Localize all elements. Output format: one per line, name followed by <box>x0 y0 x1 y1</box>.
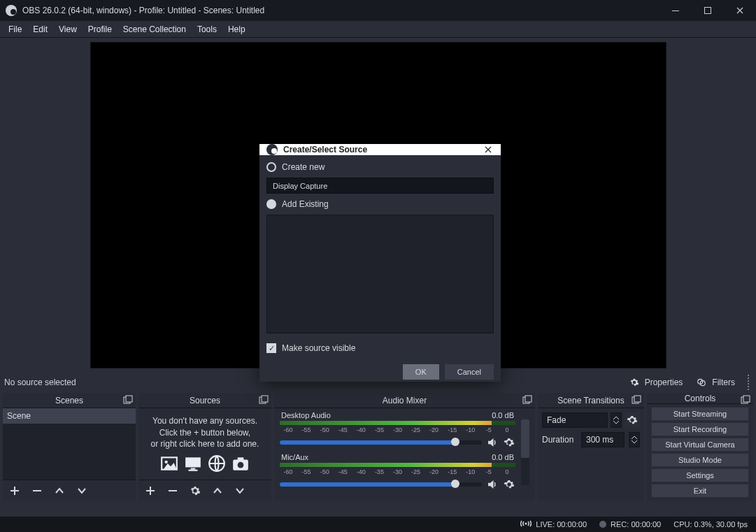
sources-empty[interactable]: You don't have any sources. Click the + … <box>138 408 271 480</box>
duration-label: Duration <box>542 435 577 445</box>
menu-edit[interactable]: Edit <box>33 24 48 34</box>
menu-profile[interactable]: Profile <box>88 24 112 34</box>
start-recording-button[interactable]: Start Recording <box>651 422 749 436</box>
controls-panel: Controls Start Streaming Start Recording… <box>647 393 753 501</box>
audio-title: Audio Mixer <box>383 396 427 405</box>
svg-rect-1 <box>705 8 711 14</box>
sources-empty-line1: You don't have any sources. <box>152 415 257 427</box>
exit-button[interactable]: Exit <box>651 484 749 498</box>
duration-spinner[interactable] <box>629 432 640 447</box>
remove-source-button[interactable] <box>166 484 179 497</box>
remove-scene-button[interactable] <box>31 484 43 497</box>
close-icon[interactable] <box>483 144 494 155</box>
audio-meter: -60-55-50-45-40-35-30-25-20-15-10-50 <box>280 421 515 433</box>
globe-icon <box>208 454 226 473</box>
menubar: File Edit View Profile Scene Collection … <box>0 21 756 38</box>
make-visible-checkbox[interactable]: ✓ Make source visible <box>266 343 494 353</box>
controls-title: Controls <box>685 394 716 403</box>
gear-icon[interactable] <box>503 436 515 449</box>
gear-icon <box>628 376 641 389</box>
volume-slider[interactable] <box>280 440 482 445</box>
rec-status: REC: 00:00:00 <box>611 520 661 529</box>
svg-point-25 <box>525 523 527 525</box>
minimize-button[interactable] <box>659 0 692 21</box>
properties-button[interactable]: Properties <box>624 376 687 389</box>
titlebar: OBS 26.0.2 (64-bit, windows) - Profile: … <box>0 0 756 21</box>
menu-tools[interactable]: Tools <box>197 24 217 34</box>
window-title: OBS 26.0.2 (64-bit, windows) - Profile: … <box>22 6 659 15</box>
settings-button[interactable]: Settings <box>651 468 749 482</box>
audio-level: 0.0 dB <box>492 411 514 419</box>
source-settings-button[interactable] <box>189 484 201 497</box>
duration-input[interactable]: 300 ms <box>581 432 625 447</box>
transition-settings-button[interactable] <box>625 412 640 428</box>
scene-transitions-panel: Scene Transitions Fade Duration 300 ms <box>538 393 644 501</box>
broadcast-icon <box>520 519 532 529</box>
volume-slider[interactable] <box>280 482 482 487</box>
existing-sources-list[interactable] <box>266 215 494 333</box>
add-existing-radio[interactable]: Add Existing <box>266 199 494 209</box>
cancel-button[interactable]: Cancel <box>445 364 494 380</box>
scenes-list[interactable]: Scene <box>3 408 136 480</box>
popout-icon[interactable] <box>123 395 133 405</box>
menu-help[interactable]: Help <box>228 24 245 34</box>
popout-icon[interactable] <box>741 395 750 405</box>
svg-rect-13 <box>189 470 198 471</box>
svg-rect-5 <box>126 396 132 402</box>
camera-icon <box>231 454 250 473</box>
sources-empty-line3: or right click here to add one. <box>151 438 259 450</box>
obs-logo-icon <box>266 144 278 155</box>
toolbar-grip[interactable] <box>748 375 752 390</box>
svg-rect-22 <box>634 396 641 402</box>
svg-rect-18 <box>169 490 177 491</box>
sources-title: Sources <box>190 396 220 405</box>
create-new-radio[interactable]: Create new <box>266 162 494 172</box>
speaker-icon[interactable] <box>486 478 499 491</box>
image-icon <box>160 454 178 473</box>
audio-scrollbar[interactable] <box>521 419 529 485</box>
speaker-icon[interactable] <box>486 436 499 449</box>
gear-icon[interactable] <box>503 478 515 491</box>
transition-select[interactable]: Fade <box>542 412 608 428</box>
svg-point-10 <box>165 461 168 463</box>
svg-rect-6 <box>33 490 41 491</box>
create-source-dialog: Create/Select Source Create new Display … <box>259 144 501 382</box>
svg-rect-16 <box>238 458 244 461</box>
add-source-button[interactable] <box>144 484 157 497</box>
popout-icon[interactable] <box>522 395 532 405</box>
sources-panel: Sources You don't have any sources. Clic… <box>138 393 271 501</box>
audio-item-mic: Mic/Aux 0.0 dB -60-55-50-45-40-35-30-25-… <box>280 453 515 491</box>
menu-file[interactable]: File <box>8 24 22 34</box>
svg-rect-0 <box>672 10 679 11</box>
record-dot-icon <box>599 521 606 528</box>
transitions-title: Scene Transitions <box>557 396 624 405</box>
popout-icon[interactable] <box>632 395 641 405</box>
no-source-label: No source selected <box>4 378 76 387</box>
popout-icon[interactable] <box>259 395 269 405</box>
source-up-button[interactable] <box>211 484 224 497</box>
source-name-input[interactable]: Display Capture <box>266 178 494 194</box>
close-button[interactable] <box>724 0 756 21</box>
checkbox-icon: ✓ <box>266 343 276 353</box>
scene-item[interactable]: Scene <box>3 408 136 424</box>
svg-point-17 <box>238 462 244 468</box>
source-down-button[interactable] <box>234 484 246 497</box>
ok-button[interactable]: OK <box>403 364 439 380</box>
studio-mode-button[interactable]: Studio Mode <box>651 453 749 467</box>
transition-spinner[interactable] <box>611 412 622 428</box>
start-streaming-button[interactable]: Start Streaming <box>651 407 749 421</box>
add-scene-button[interactable] <box>8 484 21 497</box>
svg-rect-24 <box>743 396 750 402</box>
maximize-button[interactable] <box>692 0 724 21</box>
scene-up-button[interactable] <box>53 484 66 497</box>
svg-rect-8 <box>262 396 268 402</box>
scene-down-button[interactable] <box>76 484 88 497</box>
radio-icon <box>266 199 276 209</box>
start-virtual-camera-button[interactable]: Start Virtual Camera <box>651 438 749 452</box>
audio-level: 0.0 dB <box>492 453 514 461</box>
filters-button[interactable]: Filters <box>691 376 739 389</box>
menu-view[interactable]: View <box>59 24 77 34</box>
menu-scene-collection[interactable]: Scene Collection <box>123 24 186 34</box>
svg-rect-11 <box>185 458 201 468</box>
statusbar: LIVE: 00:00:00 REC: 00:00:00 CPU: 0.3%, … <box>0 517 756 532</box>
